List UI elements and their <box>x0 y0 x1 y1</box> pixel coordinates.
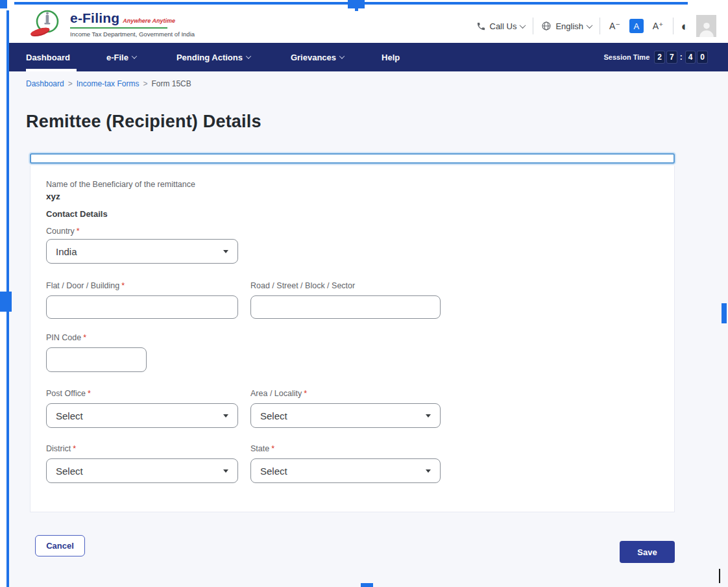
nav-item-help[interactable]: Help <box>382 53 400 62</box>
country-select-value: India <box>56 246 77 257</box>
save-button[interactable]: Save <box>620 541 675 563</box>
text-cursor <box>719 569 720 583</box>
language-menu[interactable]: English <box>541 21 592 31</box>
user-avatar[interactable] <box>696 15 716 37</box>
header-divider <box>533 18 533 34</box>
post-office-select[interactable]: Select <box>46 403 238 428</box>
main-navbar: Dashboard e-File Pending Actions Grievan… <box>9 43 728 71</box>
brand-underline <box>70 27 167 29</box>
chevron-down-icon <box>132 53 137 58</box>
focused-panel-bar[interactable] <box>30 153 675 164</box>
country-select[interactable]: India <box>46 239 238 264</box>
session-digit: 0 <box>698 51 707 63</box>
pin-code-label: PIN Code* <box>46 333 86 342</box>
selection-handle-top-center[interactable] <box>348 0 365 8</box>
contrast-toggle-icon[interactable]: ◐ <box>681 20 688 32</box>
nav-label: e-File <box>106 53 128 62</box>
road-input[interactable] <box>250 295 441 319</box>
selection-handle-bottom-center[interactable] <box>361 583 373 587</box>
state-label: State* <box>250 444 274 453</box>
session-timer: Session Time 2 7 : 4 0 <box>604 43 707 71</box>
nav-item-dashboard[interactable]: Dashboard <box>26 53 70 62</box>
nav-label: Grievances <box>291 53 336 62</box>
session-digit: 4 <box>686 51 696 63</box>
selection-handle-left-middle[interactable] <box>0 292 12 312</box>
nav-label: Pending Actions <box>176 53 243 62</box>
required-marker: * <box>271 444 274 453</box>
required-marker: * <box>88 389 91 398</box>
state-select[interactable]: Select <box>250 458 441 483</box>
district-label: District* <box>46 444 76 453</box>
font-size-increase-button[interactable]: A⁺ <box>651 21 665 31</box>
page-title: Remittee (Recipient) Details <box>26 112 261 132</box>
chevron-down-icon <box>339 53 345 58</box>
top-header: e-Filing Anywhere Anytime Income Tax Dep… <box>9 5 728 43</box>
session-colon: : <box>679 53 683 62</box>
screen: e-Filing Anywhere Anytime Income Tax Dep… <box>0 0 728 587</box>
session-digit: 2 <box>655 51 664 63</box>
income-tax-emblem-icon <box>30 8 64 40</box>
breadcrumb-current-form15cb: Form 15CB <box>151 79 191 88</box>
dropdown-caret-icon <box>223 414 228 418</box>
nav-item-pending-actions[interactable]: Pending Actions <box>176 53 250 62</box>
brand-tagline: Anywhere Anytime <box>123 18 175 24</box>
chevron-down-icon <box>587 22 593 29</box>
beneficiary-name-value: xyz <box>46 192 60 201</box>
session-time-label: Session Time <box>604 53 650 61</box>
nav-label: Dashboard <box>26 53 70 62</box>
flat-input[interactable] <box>46 295 238 319</box>
required-marker: * <box>121 281 125 290</box>
dropdown-caret-icon <box>426 414 431 418</box>
area-locality-label: Area / Locality* <box>250 389 307 398</box>
required-marker: * <box>77 227 80 236</box>
nav-label: Help <box>382 53 400 62</box>
site-logo[interactable]: e-Filing Anywhere Anytime Income Tax Dep… <box>30 8 195 40</box>
district-select-value: Select <box>56 466 83 477</box>
breadcrumb-separator: > <box>143 79 147 88</box>
brand-subtitle: Income Tax Department, Government of Ind… <box>70 31 195 38</box>
nav-item-grievances[interactable]: Grievances <box>291 53 344 62</box>
breadcrumb-link-dashboard[interactable]: Dashboard <box>26 79 64 88</box>
selection-handle-right-middle[interactable] <box>722 303 727 323</box>
font-size-default-button[interactable]: A <box>629 19 644 33</box>
nav-item-efile[interactable]: e-File <box>106 53 136 62</box>
dropdown-caret-icon <box>223 469 228 473</box>
pin-code-input[interactable] <box>46 347 147 372</box>
contact-details-section-label: Contact Details <box>46 209 108 219</box>
call-us-label: Call Us <box>490 21 517 31</box>
person-icon <box>698 20 715 37</box>
flat-label: Flat / Door / Building* <box>46 281 125 290</box>
phone-icon <box>476 21 486 31</box>
country-label: Country* <box>46 227 80 236</box>
breadcrumb-link-income-tax-forms[interactable]: Income-tax Forms <box>77 79 140 88</box>
session-digit: 7 <box>667 51 677 63</box>
district-select[interactable]: Select <box>46 458 238 483</box>
selection-handle-tick <box>355 8 358 11</box>
road-label: Road / Street / Block / Sector <box>250 281 355 290</box>
required-marker: * <box>304 389 307 398</box>
form-card: Name of the Beneficiary of the remittanc… <box>30 166 675 512</box>
breadcrumb-separator: > <box>68 79 73 88</box>
chevron-down-icon <box>520 22 526 29</box>
font-size-decrease-button[interactable]: A⁻ <box>608 21 622 31</box>
dropdown-caret-icon <box>223 250 228 253</box>
beneficiary-name-label: Name of the Beneficiary of the remittanc… <box>46 180 195 189</box>
call-us-menu[interactable]: Call Us <box>476 21 526 31</box>
post-office-label: Post Office* <box>46 389 91 398</box>
language-label: English <box>555 21 583 31</box>
breadcrumb: Dashboard > Income-tax Forms > Form 15CB <box>26 79 191 88</box>
state-select-value: Select <box>260 466 287 477</box>
selection-handle-top-left[interactable] <box>0 0 7 8</box>
area-locality-select-value: Select <box>260 410 287 421</box>
required-marker: * <box>73 444 76 453</box>
dropdown-caret-icon <box>426 469 431 473</box>
header-divider <box>600 18 600 34</box>
globe-icon <box>541 21 552 31</box>
cancel-button[interactable]: Cancel <box>35 535 85 556</box>
area-locality-select[interactable]: Select <box>250 403 441 428</box>
header-divider <box>673 18 673 34</box>
chevron-down-icon <box>246 53 251 58</box>
brand-name: e-Filing <box>70 10 119 26</box>
post-office-select-value: Select <box>56 410 83 421</box>
required-marker: * <box>83 333 86 342</box>
